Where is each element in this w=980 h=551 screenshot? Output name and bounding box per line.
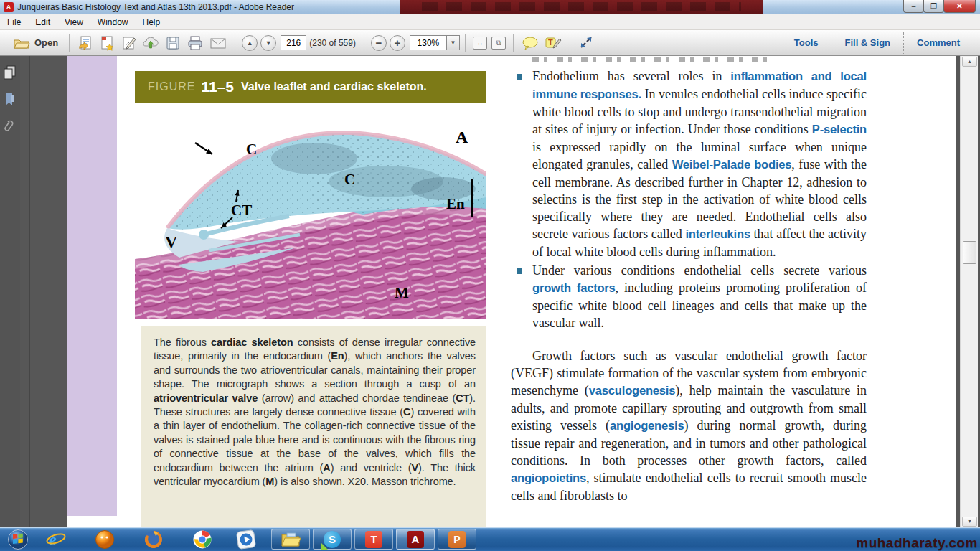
skype-button[interactable]: S [313, 529, 352, 550]
minimize-button[interactable]: – [903, 0, 924, 13]
label-myocardium: M [395, 284, 409, 301]
page-thumbnails-button[interactable] [0, 62, 20, 83]
save-icon [165, 35, 181, 51]
menu-file[interactable]: File [0, 15, 28, 29]
menu-window[interactable]: Window [90, 15, 136, 29]
powerpoint-button[interactable]: P [438, 529, 476, 550]
open-folder-icon [13, 37, 30, 50]
fill-sign-tab[interactable]: Fill & Sign [831, 30, 903, 56]
comment-bubble-button[interactable] [519, 33, 542, 53]
chrome-icon [192, 529, 212, 550]
highlight-text-button[interactable]: T [542, 33, 565, 53]
firefox-icon [143, 529, 164, 550]
titlebar-watermark-strip [400, 0, 763, 14]
highlight-text-icon: T [545, 36, 562, 50]
print-button[interactable] [184, 33, 207, 53]
zoom-dropdown-arrow[interactable]: ▼ [447, 35, 460, 50]
figure-word: FIGURE [148, 80, 195, 93]
pdf-page: FIGURE 11–5 Valve leaflet and cardiac sk… [67, 56, 956, 527]
menu-edit[interactable]: Edit [28, 15, 57, 29]
skype-icon: S [324, 531, 341, 548]
previous-page-button[interactable]: ▲ [242, 35, 258, 51]
email-icon [209, 35, 227, 51]
chrome-button[interactable] [188, 528, 217, 550]
adobe-reader-button[interactable]: A [396, 529, 435, 550]
send-cloud-button[interactable] [139, 33, 162, 53]
attachments-button[interactable] [0, 116, 20, 138]
save-button[interactable] [162, 33, 184, 53]
sign-document-icon [121, 35, 136, 51]
start-button[interactable] [4, 528, 32, 550]
t-app-button[interactable]: T [354, 529, 393, 550]
tools-tab[interactable]: Tools [781, 30, 831, 56]
menu-help[interactable]: Help [136, 15, 168, 29]
email-button[interactable] [207, 33, 230, 53]
fullscreen-icon [578, 36, 594, 50]
fit-page-button[interactable]: ⧉ [491, 37, 506, 50]
figure-header: FIGURE 11–5 Valve leaflet and cardiac sk… [135, 71, 486, 103]
scrollbar-thumb[interactable] [963, 241, 976, 264]
label-connective-2: C [344, 171, 355, 188]
print-icon [187, 35, 204, 51]
internet-explorer-button[interactable]: e [42, 528, 70, 550]
bullet-endothelium-roles: Endothelium has several roles in inflamm… [511, 67, 867, 260]
menu-bar: File Edit View Window Help [0, 14, 980, 30]
zoom-level-value[interactable]: 130% [410, 35, 447, 50]
svg-text:e: e [49, 530, 57, 549]
text-column: Endothelium has several roles in inflamm… [511, 56, 867, 527]
toolbar: Open [0, 30, 980, 56]
t-app-icon: T [365, 531, 382, 548]
label-chordae: CT [231, 202, 252, 219]
watermark: muhadharaty.com [856, 535, 978, 551]
vertical-scrollbar[interactable]: ▲ ▼ [960, 56, 978, 527]
label-ventricle: V [165, 232, 178, 251]
menu-view[interactable]: View [57, 15, 90, 29]
powerpoint-icon: P [448, 531, 466, 548]
open-label: Open [34, 37, 58, 48]
page-count-label: (230 of 559) [309, 38, 356, 48]
firefox-button[interactable] [139, 528, 168, 550]
bullet-square-icon [517, 74, 522, 80]
bullet-text: Under various conditions endothelial cel… [532, 262, 867, 331]
zoom-out-button[interactable]: − [371, 35, 387, 51]
adobe-reader-app-icon: A [4, 2, 14, 12]
fullscreen-button[interactable] [575, 33, 597, 53]
media-player-button[interactable] [231, 528, 263, 550]
windows-explorer-button[interactable] [271, 529, 310, 550]
zoom-in-button[interactable]: + [390, 35, 405, 51]
title-bar: A Junqueiras Basic Histology Text and At… [0, 0, 980, 14]
share-file-button[interactable] [75, 33, 96, 53]
restore-button[interactable]: ❐ [923, 0, 944, 13]
open-button[interactable]: Open [7, 33, 64, 53]
bullet-growth-factors: Under various conditions endothelial cel… [511, 262, 867, 331]
scroll-down-button[interactable]: ▼ [962, 517, 977, 527]
bullet-square-icon [517, 268, 522, 274]
label-connective-1: C [246, 141, 257, 158]
next-page-button[interactable]: ▼ [260, 35, 276, 51]
clipped-text-line [532, 57, 773, 62]
svg-text:T: T [548, 38, 553, 47]
gom-player-button[interactable] [90, 528, 119, 550]
bookmarks-button[interactable] [0, 89, 20, 110]
pane-divider [29, 56, 30, 527]
fit-width-button[interactable]: ↔ [473, 37, 487, 50]
figure-caption: The fibrous cardiac skeleton consists of… [141, 326, 486, 527]
scroll-up-button[interactable]: ▲ [962, 57, 977, 67]
internet-explorer-icon: e [45, 529, 67, 550]
convert-pdf-button[interactable] [96, 33, 118, 53]
paragraph-growth-factors: Growth factors such as vascular endothel… [511, 347, 867, 504]
page-number-input[interactable] [281, 35, 306, 50]
taskbar: e [0, 527, 980, 551]
window-title: Junqueiras Basic Histology Text and Atla… [17, 2, 294, 12]
comment-bubble-icon [522, 36, 539, 50]
navigation-pane [0, 56, 20, 527]
sign-document-button[interactable] [118, 33, 139, 53]
figure-title: Valve leaflet and cardiac skeleton. [241, 80, 427, 93]
comment-tab[interactable]: Comment [904, 30, 973, 56]
bullet-text: Endothelium has several roles in inflamm… [532, 67, 867, 260]
close-button[interactable]: ✕ [943, 0, 976, 13]
chapter-color-band [67, 56, 117, 516]
windows-start-icon [7, 529, 29, 550]
share-file-icon [77, 35, 93, 51]
send-cloud-icon [142, 35, 159, 51]
